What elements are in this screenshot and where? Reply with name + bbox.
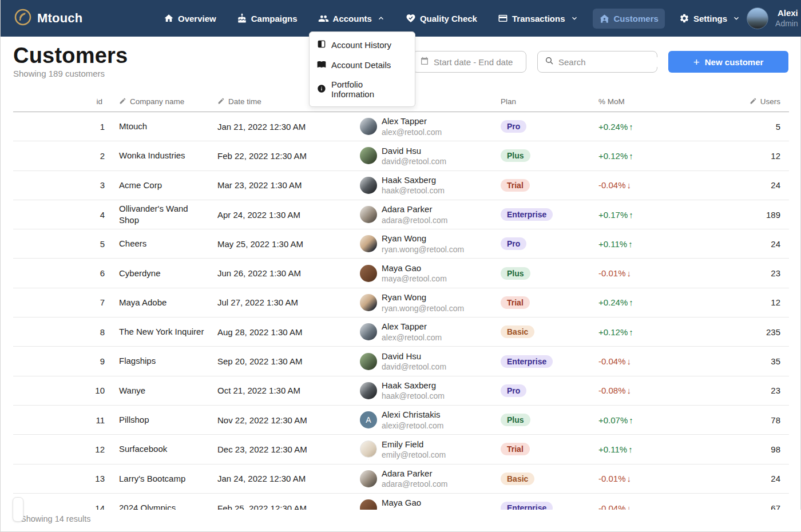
admin-name: Alex Tapper — [382, 116, 442, 127]
cell-admin: David Hsu david@retool.com — [342, 351, 501, 372]
cell-plan: Pro — [501, 120, 598, 133]
cell-id: 6 — [13, 268, 105, 278]
cell-company-name: Cyberdyne — [105, 268, 213, 279]
cell-mom: -0.01%↓ — [598, 474, 696, 483]
admin-name: Ryan Wong — [382, 233, 464, 244]
column-header-users[interactable]: Users — [696, 97, 789, 106]
cell-plan: Plus — [501, 149, 598, 162]
admin-email: david@retool.com — [382, 362, 446, 372]
admin-name: David Hsu — [382, 351, 446, 362]
table-row[interactable]: 4 Ollivander's Wand Shop Apr 24, 2022 1:… — [13, 200, 789, 229]
cell-plan: Trial — [501, 179, 598, 192]
brand[interactable]: Mtouch — [14, 9, 157, 28]
nav-item-customers[interactable]: Customers — [593, 9, 665, 29]
admin-email: alexi@retool.com — [382, 420, 443, 431]
cake-icon — [237, 13, 247, 23]
menu-item-account-history[interactable]: Account History — [310, 35, 415, 55]
admin-avatar — [360, 382, 377, 399]
calendar-icon — [420, 57, 429, 68]
mom-value: +0.17%↑ — [598, 210, 633, 220]
mom-value: +0.24%↑ — [598, 122, 633, 132]
new-customer-button[interactable]: + New customer — [668, 51, 788, 73]
cell-admin: Alex Tapper alex@retool.com — [342, 321, 501, 343]
table-row[interactable]: 12 Surfacebook Dec 23, 2022 12:30 AM Emi… — [13, 435, 789, 464]
table-row[interactable]: 10 Wanye Oct 21, 2022 1:30 AM Haak Saxbe… — [13, 376, 789, 406]
nav-item-label: Settings — [693, 14, 727, 23]
cell-mom: +0.12%↑ — [598, 151, 696, 161]
admin-avatar — [360, 235, 377, 252]
admin-name: David Hsu — [382, 145, 446, 157]
search-input[interactable] — [558, 57, 672, 67]
new-customer-label: New customer — [705, 57, 764, 67]
cell-users: 23 — [696, 386, 789, 395]
nav-item-quality-check[interactable]: Quality Check — [399, 9, 483, 28]
table-row[interactable]: 8 The New York Inquirer Aug 28, 2022 1:3… — [13, 317, 789, 347]
menu-item-portfolio-information[interactable]: Portfolio Information — [310, 75, 415, 104]
admin-avatar — [360, 206, 377, 223]
table-row[interactable]: 13 Larry's Bootcamp Jan 24, 2022 12:30 A… — [13, 464, 789, 494]
cell-date-time: Apr 24, 2022 1:30 AM — [213, 210, 342, 220]
column-header-mom[interactable]: % MoM — [598, 97, 696, 106]
admin-avatar — [360, 147, 377, 164]
admin-email: emily@retool.com — [382, 450, 446, 460]
plan-badge: Trial — [501, 179, 530, 192]
user-avatar — [747, 7, 768, 29]
admin-avatar — [360, 323, 377, 340]
cell-users: 189 — [696, 210, 789, 220]
plan-badge: Plus — [501, 149, 530, 162]
table-row[interactable]: 9 Flagships Sep 20, 2022 1:30 AM David H… — [13, 347, 789, 376]
cell-admin: Emily Field emily@retool.com — [342, 439, 501, 460]
cell-mom: -0.04%↓ — [598, 356, 696, 366]
cell-date-time: Jan 21, 2022 12:30 AM — [213, 122, 342, 132]
menu-item-account-details[interactable]: Account Details — [310, 55, 415, 75]
column-header-company[interactable]: Company name — [105, 97, 213, 106]
cell-date-time: Jun 26, 2022 1:30 AM — [213, 268, 342, 278]
admin-name: Maya Gao — [382, 263, 447, 274]
chevron-up-icon — [377, 14, 385, 22]
admin-name: Alexi Christakis — [382, 409, 443, 420]
page-title: Customers — [13, 43, 128, 68]
mom-value: +0.11%↑ — [598, 444, 633, 454]
nav-item-transactions[interactable]: Transactions — [491, 9, 585, 28]
cell-plan: Trial — [501, 296, 598, 309]
cell-date-time: Sep 20, 2022 1:30 AM — [213, 356, 342, 366]
admin-name: Adara Parker — [382, 204, 447, 215]
table-row[interactable]: 3 Acme Corp Mar 23, 2022 1:30 AM Haak Sa… — [13, 171, 789, 200]
menu-item-label: Account History — [331, 40, 391, 50]
plan-badge: Plus — [501, 267, 530, 280]
plan-badge: Plus — [501, 414, 530, 426]
user-menu[interactable]: Alexi Admin — [747, 7, 798, 29]
table-row[interactable]: 5 Cheers May 25, 2022 1:30 AM Ryan Wong … — [13, 229, 789, 259]
nav-item-overview[interactable]: Overview — [157, 9, 223, 28]
column-header-plan[interactable]: Plan — [501, 97, 598, 106]
cell-mom: -0.01%↓ — [598, 268, 696, 278]
admin-avatar — [360, 177, 377, 194]
cell-id: 7 — [13, 297, 105, 307]
table-footer: Showing 14 results — [1, 510, 801, 531]
column-header-id[interactable]: id — [13, 97, 105, 106]
scrollbar-handle[interactable] — [13, 497, 23, 522]
admin-avatar — [360, 470, 377, 487]
home-icon — [164, 13, 174, 23]
nav-item-campaigns[interactable]: Campaigns — [231, 9, 304, 28]
nav-item-accounts[interactable]: Accounts — [312, 9, 391, 29]
half-square-icon — [317, 39, 326, 50]
cell-admin: A Alexi Christakis alexi@retool.com — [342, 409, 501, 431]
table-row[interactable]: 7 Maya Adobe Jul 27, 2022 1:30 AM Ryan W… — [13, 288, 789, 317]
cell-id: 11 — [13, 415, 105, 425]
nav-item-label: Transactions — [512, 14, 565, 23]
open-book-icon — [317, 59, 326, 70]
admin-name: Adara Parker — [382, 468, 447, 479]
cell-date-time: Nov 22, 2022 12:30 AM — [213, 415, 342, 425]
cell-plan: Enterprise — [501, 355, 598, 368]
table-row[interactable]: 11 Pillshop Nov 22, 2022 12:30 AM A Alex… — [13, 406, 789, 435]
nav-item-settings[interactable]: Settings — [673, 9, 747, 28]
plan-badge: Basic — [501, 473, 534, 485]
table-row[interactable]: 6 Cyberdyne Jun 26, 2022 1:30 AM Maya Ga… — [13, 259, 789, 288]
admin-email: ryan.wong@retool.com — [382, 244, 464, 255]
date-range-input[interactable]: Start date - End date — [413, 51, 526, 73]
admin-avatar — [360, 265, 377, 282]
admin-name: Alex Tapper — [382, 321, 442, 332]
table-row[interactable]: 1 Mtouch Jan 21, 2022 12:30 AM Alex Tapp… — [13, 112, 789, 141]
table-row[interactable]: 2 Wonka Industries Feb 22, 2022 12:30 AM… — [13, 141, 789, 170]
